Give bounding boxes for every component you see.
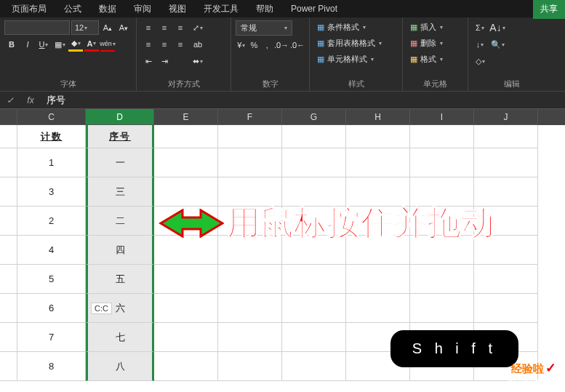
cell[interactable]: 计数 xyxy=(17,125,86,148)
cell[interactable] xyxy=(218,294,282,323)
tab-view[interactable]: 视图 xyxy=(160,0,195,18)
cell[interactable] xyxy=(154,352,218,381)
tab-help[interactable]: 帮助 xyxy=(247,0,282,18)
clear-icon[interactable]: ◇▾ xyxy=(473,54,487,68)
cell[interactable] xyxy=(410,236,474,265)
cell[interactable]: 序号 xyxy=(86,125,154,148)
cell[interactable]: 6 xyxy=(17,294,86,323)
cell[interactable] xyxy=(410,125,474,148)
corner-cell[interactable] xyxy=(0,109,17,125)
decrease-font-icon[interactable]: A▾ xyxy=(116,20,131,35)
cell[interactable] xyxy=(218,207,282,236)
cell[interactable] xyxy=(218,148,282,177)
cell[interactable] xyxy=(346,177,410,207)
align-right-icon[interactable]: ≡ xyxy=(173,37,188,52)
cell[interactable] xyxy=(474,177,538,207)
cell[interactable] xyxy=(154,323,218,352)
cell[interactable] xyxy=(154,148,218,177)
cell[interactable] xyxy=(346,236,410,265)
tab-power-pivot[interactable]: Power Pivot xyxy=(282,1,346,17)
cell[interactable]: 四 xyxy=(86,236,154,265)
cell[interactable] xyxy=(154,125,218,148)
find-select-icon[interactable]: 🔍▾ xyxy=(490,37,505,52)
cell[interactable] xyxy=(474,207,538,236)
col-header-c[interactable]: C xyxy=(17,109,86,125)
cell[interactable] xyxy=(218,265,282,294)
cell[interactable]: 5 xyxy=(17,265,86,294)
cell-style-button[interactable]: ▦单元格样式▾ xyxy=(314,52,398,66)
decrease-decimal-icon[interactable]: .0← xyxy=(290,38,305,52)
indent-right-icon[interactable]: ⇥ xyxy=(157,54,172,68)
cell[interactable]: 1 xyxy=(17,148,86,177)
align-center-icon[interactable]: ≡ xyxy=(157,37,172,52)
cell[interactable]: 8 xyxy=(17,352,86,381)
sort-filter-icon[interactable]: A↓▾ xyxy=(490,20,505,35)
col-header-d[interactable]: D xyxy=(86,109,154,125)
cell[interactable] xyxy=(346,125,410,148)
col-header-f[interactable]: F xyxy=(218,109,282,125)
tab-layout[interactable]: 页面布局 xyxy=(3,0,55,18)
italic-icon[interactable]: I xyxy=(20,37,35,52)
cell[interactable]: C:C六 xyxy=(86,294,154,323)
col-header-i[interactable]: I xyxy=(410,109,474,125)
cell[interactable]: 7 xyxy=(17,323,86,352)
share-button[interactable]: 共享 xyxy=(533,0,565,19)
fill-color-icon[interactable]: ◆▾ xyxy=(68,37,83,52)
cell[interactable] xyxy=(282,207,346,236)
conditional-format-button[interactable]: ▦条件格式▾ xyxy=(314,20,398,34)
cell[interactable] xyxy=(282,352,346,381)
col-header-e[interactable]: E xyxy=(154,109,218,125)
cell[interactable] xyxy=(282,177,346,207)
cell[interactable]: 3 xyxy=(17,177,86,207)
tab-developer[interactable]: 开发工具 xyxy=(195,0,247,18)
col-header-g[interactable]: G xyxy=(282,109,346,125)
cell[interactable]: 4 xyxy=(17,236,86,265)
font-color-icon[interactable]: A▾ xyxy=(84,37,99,52)
cell[interactable] xyxy=(218,352,282,381)
currency-icon[interactable]: ¥▾ xyxy=(236,38,247,52)
table-format-button[interactable]: ▦套用表格格式▾ xyxy=(314,36,398,50)
tab-review[interactable]: 审阅 xyxy=(125,0,160,18)
phonetic-icon[interactable]: wén▾ xyxy=(100,37,115,52)
wrap-text-icon[interactable]: ab xyxy=(191,37,205,52)
row-header[interactable] xyxy=(0,177,17,207)
font-size-selector[interactable]: 12▾ xyxy=(71,20,99,35)
cell[interactable] xyxy=(474,265,538,294)
comma-icon[interactable]: , xyxy=(261,38,273,52)
cell[interactable] xyxy=(346,294,410,323)
formula-check-icon[interactable]: ✓ xyxy=(0,95,20,105)
row-header[interactable] xyxy=(0,294,17,323)
cell[interactable] xyxy=(154,177,218,207)
cell[interactable]: 八 xyxy=(86,352,154,381)
cell[interactable] xyxy=(410,265,474,294)
format-button[interactable]: ▦格式▾ xyxy=(407,52,463,66)
indent-left-icon[interactable]: ⇤ xyxy=(141,54,156,68)
col-header-j[interactable]: J xyxy=(474,109,538,125)
cell[interactable] xyxy=(218,125,282,148)
row-header[interactable] xyxy=(0,352,17,381)
cell[interactable]: 五 xyxy=(86,265,154,294)
cell[interactable] xyxy=(410,177,474,207)
formula-input[interactable]: 序号 xyxy=(41,94,565,107)
orientation-icon[interactable]: ⤢▾ xyxy=(191,20,205,35)
font-name-selector[interactable] xyxy=(4,20,70,35)
cell[interactable] xyxy=(410,148,474,177)
border-icon[interactable]: ▦▾ xyxy=(52,37,67,52)
cell[interactable] xyxy=(154,236,218,265)
merge-icon[interactable]: ⬌▾ xyxy=(191,54,205,68)
col-header-h[interactable]: H xyxy=(346,109,410,125)
delete-button[interactable]: ▦删除▾ xyxy=(407,36,463,50)
row-header[interactable] xyxy=(0,265,17,294)
row-header[interactable] xyxy=(0,236,17,265)
cell[interactable] xyxy=(282,265,346,294)
number-format-selector[interactable]: 常规▾ xyxy=(236,20,292,36)
cell[interactable] xyxy=(218,177,282,207)
cell[interactable]: 七 xyxy=(86,323,154,352)
cell[interactable] xyxy=(410,294,474,323)
cell[interactable] xyxy=(218,323,282,352)
cell[interactable] xyxy=(410,207,474,236)
insert-button[interactable]: ▦插入▾ xyxy=(407,20,463,34)
cell[interactable] xyxy=(282,125,346,148)
tab-formulas[interactable]: 公式 xyxy=(55,0,90,18)
row-header[interactable] xyxy=(0,323,17,352)
